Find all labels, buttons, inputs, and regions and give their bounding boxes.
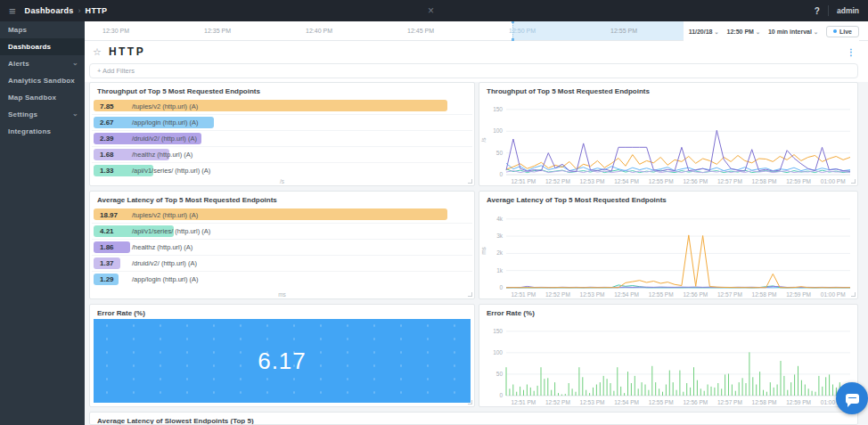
breadcrumb: Dashboards › HTTP <box>25 6 108 15</box>
endpoint-row[interactable]: 7.85/tuples/v2 (http.url) (A) <box>92 98 472 114</box>
dashboard-grid: Throughput of Top 5 Most Requested Endpo… <box>85 82 868 425</box>
endpoint-value: 7.85 <box>100 102 132 110</box>
timeline-tick: 12:30 PM <box>102 28 129 34</box>
svg-text:12:53 PM: 12:53 PM <box>580 399 605 405</box>
panel-title: Error Rate (%) <box>90 305 474 320</box>
sidebar-item-dashboards[interactable]: Dashboards <box>0 38 85 55</box>
title-row: ☆ HTTP ⋮ <box>85 41 868 61</box>
endpoint-value: 2.39 <box>100 135 132 143</box>
throughput-line-chart[interactable]: 05010015012:51 PM12:52 PM12:53 PM12:54 P… <box>479 98 857 186</box>
chevron-down-icon: ⌄ <box>715 29 719 35</box>
svg-text:12:58 PM: 12:58 PM <box>752 291 777 298</box>
endpoint-row[interactable]: 2.39/druid/v2/ (http.url) (A) <box>92 130 472 146</box>
panel-title: Throughput of Top 5 Most Requested Endpo… <box>479 83 857 98</box>
favorite-star-icon[interactable]: ☆ <box>93 46 102 58</box>
breadcrumb-dashboards[interactable]: Dashboards <box>25 6 74 15</box>
svg-text:12:53 PM: 12:53 PM <box>580 178 605 184</box>
endpoint-label: /app/login (http.url) (A) <box>132 275 199 283</box>
sidebar-item-label: Maps <box>8 26 27 34</box>
timeline-tick: 12:35 PM <box>204 28 231 34</box>
endpoint-label: /tuples/v2 (http.url) (A) <box>132 211 198 219</box>
endpoint-value: 1.33 <box>100 167 132 175</box>
svg-text:01:00 PM: 01:00 PM <box>821 178 846 184</box>
endpoint-row[interactable]: 1.33/api/v1/series/ (http.url) (A) <box>92 162 472 178</box>
sidebar-item-analytics-sandbox[interactable]: Analytics Sandbox <box>0 72 85 89</box>
sidebar-item-map-sandbox[interactable]: Map Sandbox <box>0 89 85 106</box>
latency-line-chart[interactable]: 01k2k3k4k12:51 PM12:52 PM12:53 PM12:54 P… <box>479 207 857 299</box>
add-filters-input[interactable]: + Add Filters <box>89 63 858 78</box>
svg-text:12:55 PM: 12:55 PM <box>649 291 674 298</box>
endpoint-row[interactable]: 18.97/tuples/v2 (http.url) (A) <box>92 207 472 223</box>
endpoint-value: 1.37 <box>100 259 132 267</box>
endpoint-row[interactable]: 1.29/app/login (http.url) (A) <box>92 271 472 287</box>
page-title: HTTP <box>109 45 145 58</box>
panel-slowest-endpoints: Average Latency of Slowest Endpoints (To… <box>89 412 858 425</box>
date-picker[interactable]: 11/20/18⌄ <box>689 29 719 35</box>
sidebar-item-label: Map Sandbox <box>8 94 56 102</box>
svg-text:12:56 PM: 12:56 PM <box>683 178 708 184</box>
endpoint-value: 4.21 <box>100 227 132 235</box>
endpoint-label: /healthz (http.url) (A) <box>132 151 192 159</box>
endpoint-label: /api/v1/series/ (http.url) (A) <box>132 167 210 175</box>
svg-text:12:51 PM: 12:51 PM <box>511 399 536 405</box>
svg-text:12:54 PM: 12:54 PM <box>614 291 639 298</box>
resize-handle[interactable] <box>468 179 472 184</box>
kebab-menu-icon[interactable]: ⋮ <box>847 47 856 57</box>
chevron-down-icon: ⌄ <box>72 110 78 118</box>
help-icon[interactable]: ? <box>815 6 820 16</box>
svg-text:12:54 PM: 12:54 PM <box>614 178 639 184</box>
endpoint-row[interactable]: 1.68/healthz (http.url) (A) <box>92 146 472 162</box>
panel-throughput-list: Throughput of Top 5 Most Requested Endpo… <box>89 82 475 186</box>
svg-text:50: 50 <box>496 371 504 377</box>
endpoint-value: 2.67 <box>100 119 132 127</box>
resize-handle[interactable] <box>851 292 856 297</box>
endpoint-label: /druid/v2/ (http.url) (A) <box>132 259 197 267</box>
svg-text:12:58 PM: 12:58 PM <box>752 399 777 405</box>
endpoint-row[interactable]: 2.67/app/login (http.url) (A) <box>92 114 472 130</box>
panel-throughput-chart: Throughput of Top 5 Most Requested Endpo… <box>479 82 858 186</box>
timeline-bar[interactable]: 12:30 PM12:35 PM12:40 PM12:45 PM12:50 PM… <box>85 21 868 41</box>
sidebar-item-label: Settings <box>8 110 37 119</box>
live-button[interactable]: Live <box>826 26 859 37</box>
endpoint-row[interactable]: 1.86/healthz (http.url) (A) <box>92 239 472 255</box>
panel-title: Average Latency of Slowest Endpoints (To… <box>90 413 857 425</box>
close-icon[interactable]: × <box>428 4 434 17</box>
sidebar-item-maps[interactable]: Maps <box>0 21 85 38</box>
user-menu[interactable]: admin <box>837 6 859 15</box>
resize-handle[interactable] <box>851 179 856 184</box>
svg-text:12:58 PM: 12:58 PM <box>752 178 777 184</box>
endpoint-label: /druid/v2/ (http.url) (A) <box>132 135 197 143</box>
error-rate-chart[interactable]: 05010015012:51 PM12:52 PM12:53 PM12:54 P… <box>479 320 857 407</box>
svg-text:/s: /s <box>480 137 487 143</box>
resize-handle[interactable] <box>468 400 472 405</box>
svg-text:ms: ms <box>480 246 487 254</box>
timeline-tick: 12:55 PM <box>610 28 637 34</box>
sidebar-item-integrations[interactable]: Integrations <box>0 123 85 140</box>
endpoint-row[interactable]: 4.21/api/v1/series/ (http.url) (A) <box>92 223 472 239</box>
endpoint-value: 1.68 <box>100 151 132 159</box>
resize-handle[interactable] <box>468 292 472 297</box>
svg-text:12:54 PM: 12:54 PM <box>614 399 639 405</box>
main-area: 12:30 PM12:35 PM12:40 PM12:45 PM12:50 PM… <box>85 21 868 425</box>
sidebar-item-label: Analytics Sandbox <box>8 77 75 85</box>
endpoint-value: 1.29 <box>100 275 132 283</box>
svg-text:150: 150 <box>493 106 503 112</box>
endpoint-value: 1.86 <box>100 243 132 251</box>
time-picker[interactable]: 12:50 PM⌄ <box>727 29 760 35</box>
endpoint-row[interactable]: 1.37/druid/v2/ (http.url) (A) <box>92 255 472 271</box>
chevron-down-icon: ⌄ <box>814 29 818 35</box>
chevron-down-icon: ⌄ <box>756 29 760 35</box>
svg-text:150: 150 <box>493 328 503 334</box>
unit-label: ms <box>90 291 474 298</box>
menu-icon[interactable]: ≡ <box>9 5 16 17</box>
breadcrumb-separator-icon: › <box>78 6 81 15</box>
sidebar-item-settings[interactable]: Settings⌄ <box>0 106 85 123</box>
divider <box>828 5 829 16</box>
live-dot-icon <box>833 29 837 33</box>
svg-text:12:56 PM: 12:56 PM <box>683 291 708 298</box>
sidebar-item-alerts[interactable]: Alerts⌄ <box>0 55 85 72</box>
sidebar-item-label: Dashboards <box>8 43 51 51</box>
interval-picker[interactable]: 10 min interval⌄ <box>768 29 818 35</box>
timeline-tick: 12:40 PM <box>306 28 332 34</box>
chat-widget-button[interactable] <box>836 382 868 414</box>
